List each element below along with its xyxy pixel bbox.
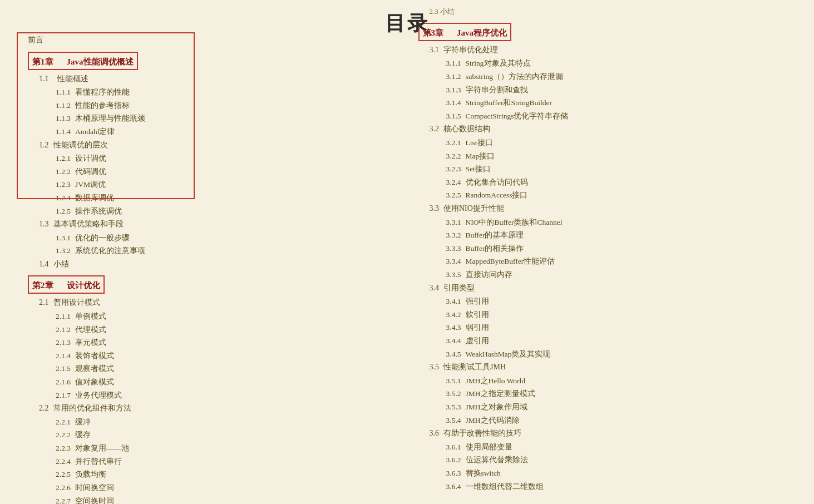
section-2-2-3: 2.2.3对象复用——池 — [28, 442, 396, 455]
section-3-1-2: 3.1.2substring（）方法的内存泄漏 — [418, 70, 803, 83]
section-3-4: 3.4引用类型 — [418, 281, 803, 295]
section-1-2-1: 1.2.1设计调优 — [28, 152, 396, 165]
section-3-4-2: 3.4.2软引用 — [418, 308, 803, 322]
section-1-2-5: 1.2.5操作系统调优 — [28, 205, 396, 218]
section-3-3-4: 3.3.4MappedByteBuffer性能评估 — [418, 255, 803, 268]
section-3-6-4: 3.6.4一维数组代替二维数组 — [418, 480, 803, 493]
section-2-1-5: 2.1.5观察者模式 — [28, 362, 396, 375]
section-3-2-1: 3.2.1List接口 — [418, 136, 803, 150]
section-3-1-1: 3.1.1String对象及其特点 — [418, 57, 803, 70]
chapter-2-label: 第2章 — [32, 281, 53, 290]
section-3-5-2: 3.5.2JMH之指定测量模式 — [418, 387, 803, 401]
section-1-1-4: 1.1.4Amdahl定律 — [28, 125, 396, 139]
section-2-2-7: 2.2.7空间换时间 — [28, 495, 396, 505]
section-1-4: 1.4小结 — [28, 258, 396, 271]
section-3-5: 3.5性能测试工具JMH — [418, 360, 803, 374]
section-3-2-3: 3.2.3Set接口 — [418, 162, 803, 176]
section-2-2-5: 2.2.5负载均衡 — [28, 468, 396, 481]
section-2-2: 2.2常用的优化组件和方法 — [28, 402, 396, 416]
section-3-2-4: 3.2.4优化集合访问代码 — [418, 176, 803, 189]
section-1-3: 1.3基本调优策略和手段 — [28, 218, 396, 231]
section-2-1-4: 2.1.4装饰者模式 — [28, 349, 396, 363]
section-2-1-3: 2.1.3享元模式 — [28, 336, 396, 349]
section-3-1-4: 3.1.4StringBuffer和StringBuilder — [418, 96, 803, 110]
section-3-3: 3.3使用NIO提升性能 — [418, 202, 803, 216]
section-3-2-5: 3.2.5RandomAccess接口 — [418, 189, 803, 202]
left-column: 前言 第1章 Java性能调优概述 1.1 性能概述 1.1.1看懂程序的性能 … — [0, 0, 407, 504]
section-1-3-2: 1.3.2系统优化的注意事项 — [28, 244, 396, 258]
chapter-3-header: 第3章 Java程序优化 — [418, 23, 512, 41]
section-3-1-5: 3.1.5CompactStrings优化字符串存储 — [418, 110, 803, 123]
chapter-2-header: 第2章 设计优化 — [28, 275, 105, 294]
section-3-3-2: 3.3.2Buffer的基本原理 — [418, 229, 803, 242]
section-3-5-4: 3.5.4JMH之代码消除 — [418, 414, 803, 427]
section-1-1-3: 1.1.3木桶原理与性能瓶颈 — [28, 112, 396, 125]
section-3-4-5: 3.4.5WeakHashMap类及其实现 — [418, 348, 803, 361]
chapter-1-box: 第1章 Java性能调优概述 — [28, 50, 396, 72]
chapter-1-label: 第1章 — [32, 57, 53, 66]
preface-entry: 前言 — [28, 33, 396, 47]
section-1-2-4: 1.2.4数据库调优 — [28, 191, 396, 205]
chapter-3-title: Java程序优化 — [457, 28, 507, 38]
section-3-4-4: 3.4.4虚引用 — [418, 334, 803, 348]
section-3-6-1: 3.6.1使用局部变量 — [418, 441, 803, 454]
section-2-2-2: 2.2.2缓存 — [28, 428, 396, 442]
chapter-1-title: Java性能调优概述 — [67, 57, 134, 67]
section-3-2: 3.2核心数据结构 — [418, 122, 803, 136]
section-1-2-2: 1.2.2代码调优 — [28, 165, 396, 179]
section-1-2: 1.2性能调优的层次 — [28, 139, 396, 152]
section-2-1-6: 2.1.6值对象模式 — [28, 375, 396, 389]
section-2-1: 2.1普用设计模式 — [28, 296, 396, 310]
section-3-3-3: 3.3.3Buffer的相关操作 — [418, 242, 803, 255]
section-2-3: 2.3 小结 — [418, 6, 803, 18]
right-column: 2.3 小结 第3章 Java程序优化 3.1字符串优化处理 3.1.1Stri… — [407, 0, 815, 504]
section-1-3-1: 1.3.1优化的一般步骤 — [28, 231, 396, 245]
section-2-2-4: 2.2.4并行替代串行 — [28, 455, 396, 468]
page-title: 目录 — [385, 10, 430, 37]
section-2-1-1: 2.1.1单例模式 — [28, 310, 396, 323]
section-3-4-1: 3.4.1强引用 — [418, 295, 803, 308]
section-2-2-1: 2.2.1缓冲 — [28, 416, 396, 429]
section-3-3-5: 3.3.5直接访问内存 — [418, 268, 803, 281]
section-3-1-3: 3.1.3字符串分割和查找 — [418, 83, 803, 97]
section-3-4-3: 3.4.3弱引用 — [418, 321, 803, 334]
section-3-3-1: 3.3.1NIO中的Buffer类族和Channel — [418, 216, 803, 229]
chapter-2-box: 第2章 设计优化 — [28, 273, 396, 296]
chapter-3-box: 第3章 Java程序优化 — [418, 21, 803, 43]
section-3-6: 3.6有助于改善性能的技巧 — [418, 427, 803, 441]
section-3-5-1: 3.5.1JMH之Hello World — [418, 374, 803, 388]
section-2-1-7: 2.1.7业务代理模式 — [28, 389, 396, 402]
section-2-2-6: 2.2.6时间换空间 — [28, 481, 396, 495]
section-1-1-2: 1.1.2性能的参考指标 — [28, 99, 396, 112]
section-1-1-1: 1.1.1看懂程序的性能 — [28, 86, 396, 99]
section-3-5-3: 3.5.3JMH之对象作用域 — [418, 401, 803, 414]
section-3-1: 3.1字符串优化处理 — [418, 43, 803, 57]
section-2-1-2: 2.1.2代理模式 — [28, 323, 396, 337]
chapter-1-header: 第1章 Java性能调优概述 — [28, 52, 138, 70]
section-3-6-2: 3.6.2位运算代替乘除法 — [418, 453, 803, 467]
section-1-1: 1.1 性能概述 — [28, 72, 396, 86]
section-3-6-3: 3.6.3替换switch — [418, 467, 803, 480]
chapter-2-title: 设计优化 — [67, 280, 100, 291]
section-1-2-3: 1.2.3JVM调优 — [28, 178, 396, 191]
section-3-2-2: 3.2.2Map接口 — [418, 150, 803, 163]
